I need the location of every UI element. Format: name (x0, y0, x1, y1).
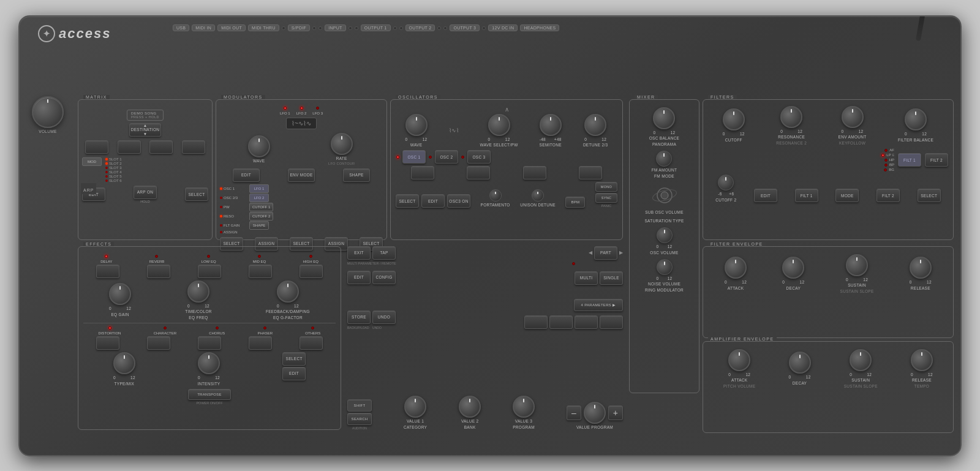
fx-knob2[interactable] (187, 281, 209, 303)
filt1-btn[interactable]: FILT 1 (795, 189, 818, 202)
value-prog-knob[interactable] (584, 402, 606, 424)
hp-led (884, 159, 888, 162)
fx-intensity-knob[interactable] (198, 352, 220, 374)
fx2-btn-1[interactable] (96, 336, 119, 350)
filter-select-btn[interactable]: SELECT (918, 189, 941, 202)
aenv-attack-knob[interactable] (728, 349, 750, 371)
value3-knob[interactable] (513, 396, 535, 418)
osc-btn-1[interactable] (411, 166, 434, 179)
osc-edit-btn[interactable]: EDIT (421, 194, 445, 208)
destination-button[interactable]: ▲ DESTINATION ▼ (129, 123, 161, 137)
search-btn[interactable]: SEARCH (347, 413, 372, 425)
fx2-btn-5[interactable] (300, 336, 323, 350)
arp-on-btn[interactable]: ARP ON (134, 186, 157, 199)
edit-btn[interactable]: EDIT (347, 271, 371, 284)
osc3-btn[interactable]: OSC 3 (467, 150, 491, 164)
fx-btn-5[interactable] (300, 265, 323, 278)
transpose-btn[interactable]: TRANSPOSE (188, 389, 231, 400)
osc-wave-select-knob[interactable] (488, 114, 510, 136)
osc-balance-knob[interactable] (653, 107, 675, 129)
shape-btn[interactable]: SHAPE (343, 168, 370, 182)
bank-btn-3[interactable] (575, 315, 598, 329)
matrix-btn-3[interactable] (149, 140, 173, 154)
portamento-knob[interactable] (489, 189, 502, 202)
usb-connector[interactable]: USB (173, 24, 189, 31)
matrix-select-btn[interactable]: SELECT (185, 187, 208, 201)
config-btn[interactable]: CONFIG (372, 271, 396, 284)
fx-btn-3[interactable] (198, 265, 221, 278)
exit-btn[interactable]: EXIT (347, 246, 371, 260)
bpm-btn[interactable]: BPM (565, 197, 585, 208)
noise-volume-knob[interactable] (657, 259, 673, 275)
fenv-sustain-knob[interactable] (846, 254, 868, 276)
lfo-rate-knob[interactable] (331, 133, 353, 155)
osc2-sel-led (429, 156, 432, 159)
filt1-type-btn[interactable]: FILT 1 (898, 153, 921, 167)
bank-btn-4[interactable] (600, 315, 623, 329)
bank-btn-1[interactable] (524, 315, 548, 329)
fx-knob1[interactable] (109, 283, 131, 305)
fx-edit-btn[interactable]: EDIT (282, 367, 306, 380)
fx-btn-4[interactable] (249, 265, 272, 278)
matrix-btn-4[interactable] (182, 140, 205, 154)
fx-btn-1[interactable] (96, 265, 119, 278)
resonance-knob[interactable] (780, 106, 802, 128)
param-bank-btn[interactable]: 4 PARAMETERS ▶ (574, 299, 623, 311)
osc-volume-knob[interactable] (657, 227, 673, 243)
mono-btn[interactable]: MONO (595, 182, 617, 192)
osc-btn-4[interactable] (579, 166, 602, 179)
osc-semitone-knob[interactable] (540, 114, 562, 136)
aenv-decay-knob[interactable] (789, 352, 811, 374)
value2-knob[interactable] (459, 396, 481, 418)
filter-edit-btn[interactable]: EDIT (754, 189, 777, 202)
fenv-decay-knob[interactable] (782, 257, 804, 279)
bank-btn-2[interactable] (549, 315, 573, 329)
unison-detune-knob[interactable] (532, 189, 544, 202)
cutoff2-knob[interactable] (718, 175, 734, 190)
matrix-btn-2[interactable] (118, 140, 141, 154)
fx2-btn-2[interactable] (147, 336, 170, 350)
minus-btn[interactable]: – (567, 405, 581, 420)
tap-btn[interactable]: TAP (372, 246, 396, 260)
osc2-btn[interactable]: OSC 2 (435, 150, 458, 164)
osc-btn-3[interactable] (523, 166, 546, 179)
env-amount-knob[interactable] (842, 106, 864, 128)
osc-btn-2[interactable] (467, 166, 490, 179)
fenv-attack-knob[interactable] (725, 257, 747, 279)
multi-btn[interactable]: MULTI (575, 271, 598, 285)
osc1-btn[interactable]: OSC 1 (402, 150, 426, 164)
fm-amount-knob[interactable] (656, 151, 672, 167)
volume-knob[interactable] (32, 96, 64, 128)
fenv-release-knob[interactable] (910, 257, 932, 279)
single-btn[interactable]: SINGLE (600, 271, 623, 285)
env-mode-btn[interactable]: ENV MODE (288, 168, 315, 182)
undo-btn[interactable]: UNDO (372, 311, 396, 324)
aenv-sustain-knob[interactable] (850, 349, 872, 371)
fx2-btn-4[interactable] (249, 336, 272, 350)
modulators-label: MODULATORS (221, 95, 265, 99)
mod-edit-btn[interactable]: EDIT (233, 168, 260, 182)
filter-balance-knob[interactable] (905, 108, 927, 130)
fx2-btn-3[interactable] (198, 336, 221, 350)
plus-btn[interactable]: + (608, 405, 623, 420)
fx-btn-2[interactable] (147, 265, 170, 278)
matrix-btn-1[interactable] (85, 140, 108, 154)
osc-select-btn[interactable]: SELECT (396, 194, 419, 208)
fx-type-mix-knob[interactable] (113, 352, 135, 374)
osc-wave-knob[interactable] (405, 114, 428, 136)
sync-btn[interactable]: SYNC (595, 193, 617, 203)
lfo-wave-knob[interactable] (248, 135, 270, 157)
filt2-type-btn[interactable]: FILT 2 (925, 153, 948, 167)
part-btn[interactable]: PART (594, 246, 617, 260)
store-btn[interactable]: STORE (347, 311, 371, 324)
osc-detune-knob[interactable] (584, 114, 606, 136)
cutoff-knob[interactable] (723, 108, 745, 130)
filt2-btn[interactable]: FILT 2 (876, 189, 900, 202)
fx-select-btn[interactable]: SELECT (282, 352, 306, 366)
fx-knob3[interactable] (277, 281, 299, 303)
mode-btn[interactable]: MODE (835, 189, 859, 202)
value1-knob[interactable] (404, 396, 426, 418)
shift-btn[interactable]: SHIFT (347, 399, 372, 412)
osc3-on-btn[interactable]: OSC3 ON (447, 194, 470, 208)
aenv-release-knob[interactable] (911, 349, 933, 371)
